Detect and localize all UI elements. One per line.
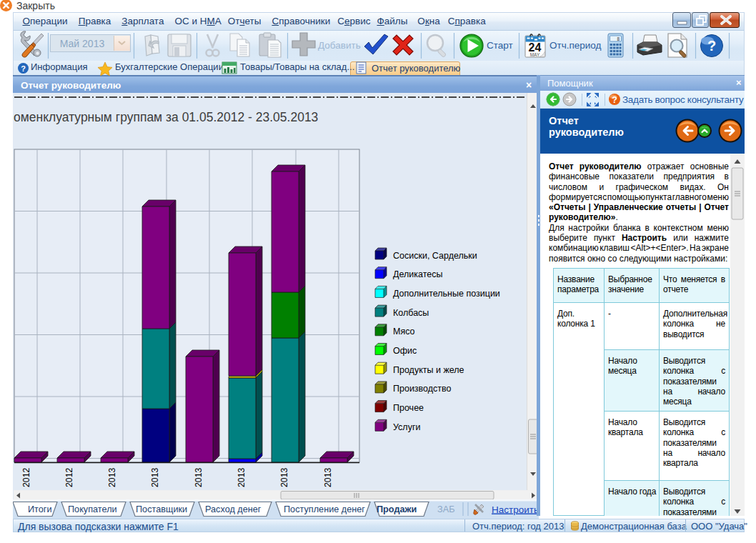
svg-text:2013: 2013 — [237, 467, 247, 487]
svg-text:Задать вопрос консультанту: Задать вопрос консультанту — [622, 94, 744, 105]
svg-text:?: ? — [21, 64, 26, 73]
svg-text:2013: 2013 — [107, 467, 117, 487]
svg-text:Офис: Офис — [393, 346, 417, 356]
svg-text:8: 8 — [617, 36, 620, 41]
svg-text:Производство: Производство — [393, 384, 452, 394]
svg-text:Продукты и желе: Продукты и желе — [393, 365, 464, 375]
svg-text:Настроить: Настроить — [492, 504, 539, 515]
svg-text:Поставщики: Поставщики — [136, 504, 187, 514]
svg-text:?: ? — [612, 95, 617, 105]
svg-text:MAY: MAY — [530, 52, 540, 57]
svg-text:Поступление денег: Поступление денег — [284, 504, 365, 514]
svg-text:2012: 2012 — [64, 467, 74, 487]
svg-text:Деликатесы: Деликатесы — [393, 269, 442, 279]
svg-text:Покупатели: Покупатели — [68, 504, 117, 514]
svg-text:2013: 2013 — [323, 467, 333, 487]
svg-text:Сосиски, Сардельки: Сосиски, Сардельки — [393, 251, 477, 261]
svg-text:Дополнительные позиции: Дополнительные позиции — [393, 289, 500, 299]
svg-text:Прочее: Прочее — [393, 403, 424, 413]
svg-text:2012: 2012 — [21, 467, 31, 487]
svg-text:Продажи: Продажи — [377, 504, 417, 514]
svg-text:2013: 2013 — [279, 467, 289, 487]
svg-text:ЗАБ: ЗАБ — [437, 504, 454, 514]
svg-text:Расход денег: Расход денег — [205, 504, 262, 514]
svg-text:Мясо: Мясо — [393, 327, 415, 337]
svg-text:Итоги: Итоги — [28, 504, 52, 514]
svg-text:?: ? — [707, 38, 716, 54]
svg-text:Колбасы: Колбасы — [393, 308, 429, 318]
svg-text:2013: 2013 — [194, 467, 204, 487]
svg-text:Услуги: Услуги — [393, 422, 420, 432]
svg-text:2013: 2013 — [150, 467, 160, 487]
